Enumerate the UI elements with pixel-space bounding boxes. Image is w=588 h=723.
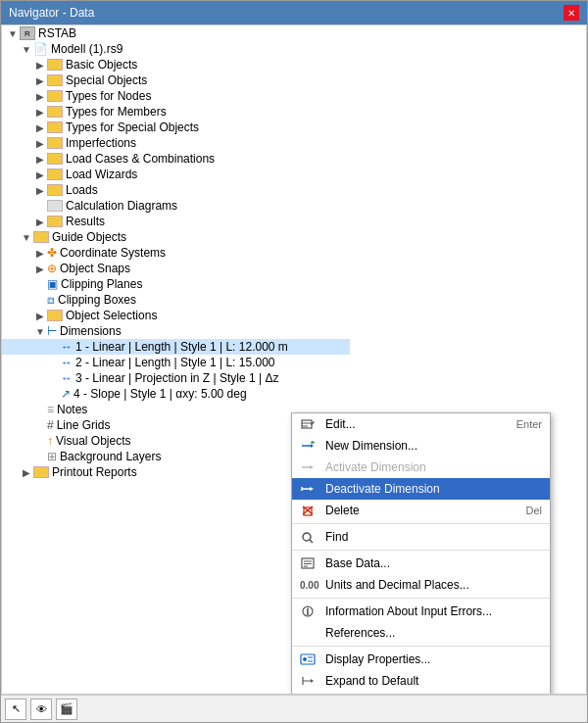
- folder-icon: [47, 90, 63, 102]
- expand-icon: ▶: [33, 122, 47, 133]
- ctx-find[interactable]: Find: [292, 526, 550, 548]
- item-label: Clipping Boxes: [58, 293, 136, 307]
- dimensions-item[interactable]: ▼ ⊢ Dimensions: [2, 323, 350, 339]
- ctx-references[interactable]: References...: [292, 622, 550, 644]
- item-label: Coordinate Systems: [60, 246, 166, 260]
- coord-icon: ✤: [47, 246, 57, 260]
- ctx-deactivate[interactable]: Deactivate Dimension: [292, 478, 550, 500]
- list-item[interactable]: ▶ Results: [2, 214, 350, 229]
- ctx-info-errors[interactable]: i Information About Input Errors...: [292, 601, 550, 622]
- list-item[interactable]: ▶ ⊕ Object Snaps: [2, 261, 350, 276]
- ctx-delete[interactable]: Delete Del: [292, 500, 550, 521]
- list-item[interactable]: Calculation Diagrams: [2, 198, 350, 214]
- ctx-activate-label: Activate Dimension: [325, 460, 542, 474]
- ctx-base-data[interactable]: Base Data...: [292, 553, 550, 574]
- references-icon: [300, 625, 319, 641]
- list-item[interactable]: ▶ Loads: [2, 182, 350, 198]
- expand-icon: [33, 420, 47, 431]
- item-label: Guide Objects: [52, 230, 126, 244]
- folder-icon: [33, 231, 49, 243]
- expand-icon: ▶: [33, 75, 47, 86]
- dim1-item[interactable]: ↔ 1 - Linear | Length | Style 1 | L: 12.…: [2, 339, 350, 355]
- dim-icon: ⊢: [47, 324, 57, 338]
- folder-icon: [47, 137, 63, 149]
- base-data-icon: [300, 555, 319, 571]
- snap-icon: ⊕: [47, 262, 57, 275]
- ctx-edit[interactable]: Edit... Enter: [292, 413, 550, 435]
- camera-button[interactable]: 🎬: [56, 699, 77, 720]
- ctx-new-dim-label: New Dimension...: [325, 439, 542, 453]
- vis-icon: ↑: [47, 434, 53, 448]
- dim3-item[interactable]: ↔ 3 - Linear | Projection in Z | Style 1…: [2, 370, 350, 386]
- item-label: Printout Reports: [52, 465, 137, 479]
- delete-icon: [300, 503, 319, 518]
- item-label: Imperfections: [66, 136, 136, 150]
- ctx-expand-default[interactable]: Expand to Default: [292, 670, 550, 692]
- display-props-icon: [300, 651, 319, 667]
- ctx-display-props[interactable]: Display Properties...: [292, 649, 550, 670]
- item-label: Types for Members: [66, 105, 167, 119]
- list-item[interactable]: ▶ ✤ Coordinate Systems: [2, 245, 350, 261]
- expand-icon: ▶: [33, 311, 47, 321]
- folder-icon: [47, 121, 63, 133]
- expand-default-icon: [300, 673, 319, 689]
- ctx-new-dimension[interactable]: New Dimension...: [292, 435, 550, 457]
- list-item[interactable]: ▶ Types for Members: [2, 104, 350, 120]
- diagram-icon: [47, 200, 63, 212]
- ctx-edit-label: Edit...: [325, 417, 511, 431]
- dim4-item[interactable]: ↗ 4 - Slope | Style 1 | αxy: 5.00 deg: [2, 386, 350, 402]
- item-label: 2 - Linear | Length | Style 1 | L: 15.00…: [75, 356, 274, 369]
- svg-line-17: [310, 540, 313, 543]
- expand-icon: ▶: [33, 248, 47, 259]
- expand-icon: ▶: [33, 169, 47, 180]
- guide-objects-item[interactable]: ▼ Guide Objects: [2, 229, 350, 245]
- expand-icon: ▼: [33, 326, 47, 337]
- list-item[interactable]: ⧈ Clipping Boxes: [2, 292, 350, 308]
- dim-icon: ↔: [61, 371, 73, 385]
- model-icon: 📄: [33, 42, 48, 56]
- expand-icon: [33, 201, 47, 212]
- tree-root[interactable]: ▼ R RSTAB: [2, 25, 350, 41]
- show-button[interactable]: 👁: [30, 699, 52, 720]
- item-label: Loads: [66, 183, 98, 197]
- close-button[interactable]: ✕: [564, 5, 579, 21]
- ctx-collapse-all[interactable]: Collapse All: [292, 692, 550, 695]
- list-item[interactable]: ▶ Object Selections: [2, 308, 350, 323]
- ctx-sep2: [292, 550, 550, 551]
- expand-icon: [33, 295, 47, 306]
- bg-icon: ⊞: [47, 450, 57, 463]
- svg-point-25: [303, 657, 307, 661]
- svg-text:i: i: [306, 604, 309, 618]
- svg-point-16: [303, 533, 311, 541]
- expand-icon: ▶: [33, 138, 47, 149]
- expand-icon: ▶: [33, 154, 47, 165]
- folder-icon: [47, 184, 63, 196]
- list-item[interactable]: ▶ Basic Objects: [2, 57, 350, 72]
- item-label: 1 - Linear | Length | Style 1 | L: 12.00…: [75, 340, 288, 354]
- expand-icon: [47, 342, 61, 353]
- list-item[interactable]: ▶ Types for Nodes: [2, 88, 350, 104]
- item-label: Types for Nodes: [66, 89, 151, 103]
- list-item[interactable]: ▶ Load Wizards: [2, 167, 350, 182]
- ctx-units[interactable]: 0.00 Units and Decimal Places...: [292, 574, 550, 596]
- list-item[interactable]: ▶ Load Cases & Combinations: [2, 151, 350, 167]
- item-label: Object Snaps: [60, 262, 130, 275]
- ctx-edit-shortcut: Enter: [516, 418, 542, 430]
- expand-icon: ▶: [20, 467, 33, 478]
- list-item[interactable]: ▣ Clipping Planes: [2, 276, 350, 292]
- ctx-activate: Activate Dimension: [292, 457, 550, 478]
- dim2-item[interactable]: ↔ 2 - Linear | Length | Style 1 | L: 15.…: [2, 355, 350, 370]
- item-label: 4 - Slope | Style 1 | αxy: 5.00 deg: [74, 387, 247, 401]
- svg-marker-9: [310, 465, 314, 469]
- item-label: Results: [66, 215, 105, 228]
- list-item[interactable]: ▶ Special Objects: [2, 72, 350, 88]
- note-icon: ≡: [47, 403, 54, 416]
- tree-model[interactable]: ▼ 📄 Modell (1).rs9: [2, 41, 350, 57]
- list-item[interactable]: ▶ Imperfections: [2, 135, 350, 151]
- cursor-button[interactable]: ↖: [5, 699, 26, 720]
- expand-icon: ▶: [33, 91, 47, 102]
- list-item[interactable]: ▶ Types for Special Objects: [2, 120, 350, 135]
- svg-marker-11: [310, 487, 314, 491]
- expand-icon: [47, 373, 61, 384]
- expand-icon: ▼: [20, 232, 33, 243]
